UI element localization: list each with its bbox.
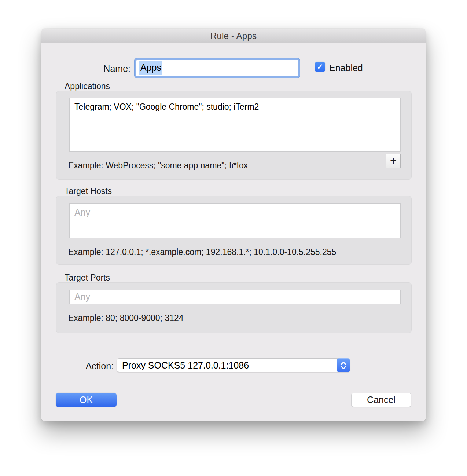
applications-group-box: Telegram; VOX; "Google Chrome"; studio; … bbox=[56, 91, 412, 180]
name-label: Name: bbox=[85, 63, 130, 74]
action-dropdown-selected-value: Proxy SOCKS5 127.0.0.1:1086 bbox=[117, 360, 337, 371]
name-input-selected-text: Apps bbox=[139, 61, 162, 75]
target-hosts-example-text: Example: 127.0.0.1; *.example.com; 192.1… bbox=[68, 247, 336, 257]
titlebar[interactable]: Rule - Apps bbox=[41, 29, 426, 43]
applications-example-text: Example: WebProcess; "some app name"; fi… bbox=[68, 161, 248, 171]
cancel-button[interactable]: Cancel bbox=[351, 393, 411, 407]
chevron-up-icon bbox=[341, 362, 346, 365]
target-hosts-textarea[interactable] bbox=[69, 203, 401, 238]
plus-icon: + bbox=[390, 154, 397, 168]
target-ports-section-label: Target Ports bbox=[65, 273, 110, 283]
add-application-button[interactable]: + bbox=[386, 154, 401, 168]
action-label: Action: bbox=[63, 361, 114, 371]
target-ports-input[interactable] bbox=[69, 290, 401, 304]
target-hosts-section-label: Target Hosts bbox=[65, 186, 112, 196]
enabled-checkbox[interactable]: ✓ bbox=[315, 62, 325, 72]
target-ports-example-text: Example: 80; 8000-9000; 3124 bbox=[68, 313, 184, 323]
checkmark-icon: ✓ bbox=[317, 62, 323, 71]
target-hosts-group-box: Example: 127.0.0.1; *.example.com; 192.1… bbox=[56, 196, 412, 265]
ok-button[interactable]: OK bbox=[56, 393, 117, 407]
target-ports-group-box: Example: 80; 8000-9000; 3124 bbox=[56, 282, 412, 333]
applications-section-label: Applications bbox=[65, 81, 110, 91]
name-input-focus-ring: Apps bbox=[134, 58, 300, 78]
applications-textarea[interactable]: Telegram; VOX; "Google Chrome"; studio; … bbox=[69, 98, 401, 152]
enabled-label: Enabled bbox=[329, 63, 363, 73]
window-title: Rule - Apps bbox=[210, 31, 257, 41]
rule-dialog-window: Rule - Apps Name: Apps ✓ Enabled Applica… bbox=[41, 29, 426, 421]
dropdown-stepper bbox=[337, 358, 350, 372]
name-input[interactable]: Apps bbox=[136, 60, 298, 76]
chevron-down-icon bbox=[341, 366, 346, 369]
action-dropdown[interactable]: Proxy SOCKS5 127.0.0.1:1086 bbox=[117, 358, 350, 372]
